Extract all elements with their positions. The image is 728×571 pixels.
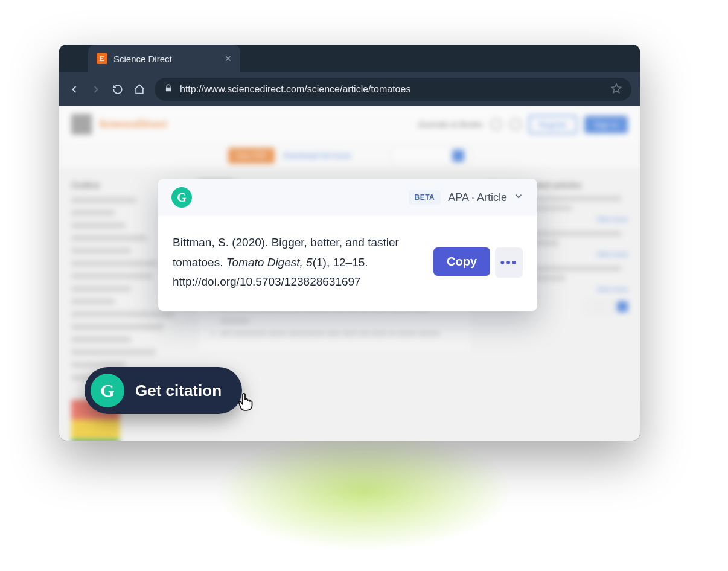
citation-style-dropdown[interactable]: APA · Article bbox=[448, 191, 524, 205]
tab-favicon-icon: E bbox=[97, 53, 107, 64]
citation-popup-body: Bittman, S. (2020). Bigger, better, and … bbox=[158, 216, 537, 311]
url-text: http://www.sciencedirect.com/science/art… bbox=[180, 84, 604, 95]
top-nav-link[interactable]: Journals & Books bbox=[417, 120, 483, 129]
lock-icon bbox=[164, 84, 173, 95]
bookmark-star-icon[interactable] bbox=[611, 83, 622, 96]
more-actions-button[interactable]: ••• bbox=[495, 247, 523, 278]
signin-button[interactable]: Sign in bbox=[584, 116, 628, 133]
tab-close-icon[interactable]: ✕ bbox=[225, 54, 232, 63]
publisher-logo-icon bbox=[71, 114, 92, 135]
citation-style-label: APA · Article bbox=[448, 191, 507, 204]
register-button[interactable]: Register bbox=[529, 115, 577, 134]
get-citation-button[interactable]: G Get citation bbox=[85, 367, 242, 414]
beta-badge: BETA bbox=[409, 190, 441, 205]
chevron-down-icon bbox=[513, 191, 524, 205]
copy-button[interactable]: Copy bbox=[433, 247, 490, 276]
help-icon[interactable] bbox=[490, 118, 502, 130]
grammarly-logo-icon: G bbox=[91, 374, 124, 407]
get-citation-label: Get citation bbox=[135, 381, 222, 400]
site-brand: ScienceDirect bbox=[99, 118, 167, 130]
background-glow bbox=[153, 441, 575, 571]
citation-popup-header: G BETA APA · Article bbox=[158, 179, 537, 216]
page-search-input[interactable] bbox=[392, 146, 471, 165]
site-header: ScienceDirect Journals & Books Register … bbox=[59, 106, 640, 142]
back-icon[interactable] bbox=[68, 83, 81, 96]
tab-title: Science Direct bbox=[113, 54, 219, 64]
citation-popup: G BETA APA · Article Bittman, S. (2020).… bbox=[158, 179, 537, 311]
article-actions-bar: View PDF Download full issue bbox=[59, 142, 640, 169]
citation-text: Bittman, S. (2020). Bigger, better, and … bbox=[173, 233, 419, 292]
browser-tab[interactable]: E Science Direct ✕ bbox=[88, 45, 240, 72]
view-pdf-button[interactable]: View PDF bbox=[228, 148, 275, 164]
url-bar[interactable]: http://www.sciencedirect.com/science/art… bbox=[155, 78, 631, 101]
search-icon[interactable] bbox=[509, 118, 522, 130]
browser-toolbar: http://www.sciencedirect.com/science/art… bbox=[59, 72, 640, 106]
reload-icon[interactable] bbox=[111, 83, 124, 96]
download-issue-link[interactable]: Download full issue bbox=[283, 151, 351, 160]
grammarly-logo-icon: G bbox=[171, 187, 192, 208]
home-icon[interactable] bbox=[133, 83, 146, 96]
forward-icon bbox=[89, 83, 103, 96]
tab-bar: E Science Direct ✕ bbox=[59, 45, 640, 72]
